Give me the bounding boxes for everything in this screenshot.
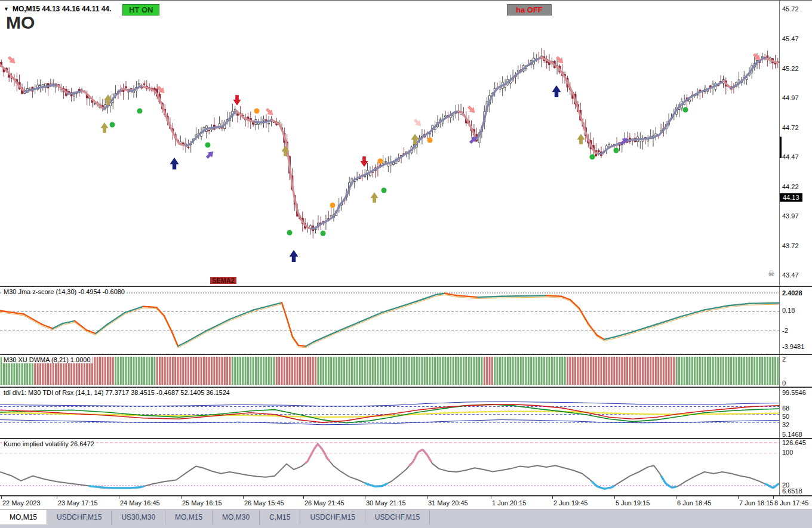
dwma-bar — [226, 357, 228, 385]
bear-candle — [187, 147, 189, 147]
jma-zscore-line — [164, 316, 172, 332]
ha-toggle-button[interactable]: ha OFF — [507, 4, 552, 16]
dwma-bar — [122, 357, 124, 385]
dwma-bar — [730, 357, 732, 385]
panel-divider[interactable] — [0, 387, 812, 388]
dwma-bar — [325, 357, 327, 385]
jma-zscore-line — [478, 297, 502, 297]
dwma-bar — [450, 357, 451, 385]
jma-zscore-panel[interactable]: M30 Jma z-score (14,30) -0.4954 -0.6080 — [0, 287, 779, 354]
dwma-bar — [564, 357, 566, 385]
dwma-panel[interactable]: M30 XU DWMA (8,21) 1.0000 — [0, 355, 779, 387]
dwma-bar — [509, 357, 511, 385]
dwma-bar — [569, 357, 571, 385]
jma-zscore-line — [633, 325, 657, 332]
dwma-bar — [364, 357, 366, 385]
kumo-highlight — [365, 483, 387, 486]
time-tick — [614, 496, 615, 499]
symbol-dropdown-icon[interactable]: ▼ — [4, 6, 9, 12]
jma-zscore-plot[interactable] — [0, 287, 779, 354]
chart-tab-5[interactable]: C,M15 — [260, 510, 300, 524]
dwma-bar — [403, 357, 405, 385]
candlestick-chart[interactable] — [0, 1, 779, 286]
chart-tab-bar: MO,M15USDCHF,M15US30,M30MO,M15MO,M30C,M1… — [0, 510, 812, 528]
dwma-bar — [556, 357, 558, 385]
dwma-bar — [660, 357, 662, 385]
main-chart-panel[interactable]: MO ▼ MO,M15 44.13 44.16 44.11 44. HT ON … — [0, 1, 779, 286]
dwma-bar — [253, 357, 254, 385]
dwma-bar — [616, 357, 618, 385]
dwma-bar — [136, 357, 137, 385]
panel-divider[interactable] — [0, 354, 812, 355]
chart-tab-4[interactable]: MO,M30 — [213, 510, 260, 524]
dwma-bar — [530, 357, 532, 385]
dwma-bar — [120, 357, 122, 385]
dwma-bar — [728, 357, 730, 385]
dwma-bar — [447, 357, 449, 385]
chart-tab-0[interactable]: MO,M15 — [0, 510, 47, 524]
dwma-bar — [299, 357, 301, 385]
dwma-bar — [688, 357, 690, 385]
signal-dot-icon — [378, 159, 383, 164]
signal-arrow-icon — [290, 250, 299, 262]
dwma-bar — [536, 357, 537, 385]
jma-zscore-line — [681, 310, 705, 316]
jma-zscore-line — [282, 302, 287, 317]
dwma-bar — [709, 357, 711, 385]
dwma-bar — [229, 357, 231, 385]
time-tick — [181, 496, 182, 499]
dwma-bar — [419, 357, 420, 385]
dwma-bar — [642, 357, 644, 385]
symbol-watermark: MO — [6, 13, 35, 33]
jma-zscore-line — [334, 323, 358, 333]
dwma-bar — [777, 357, 779, 385]
panel-divider[interactable] — [0, 495, 812, 496]
chart-tab-7[interactable]: USDCHF,M15 — [365, 510, 430, 524]
tdi-panel[interactable]: tdi div1: M30 TDI of Rsx (14,1, 14) 77.3… — [0, 388, 779, 438]
chart-tab-6[interactable]: USDCHF,M15 — [300, 510, 365, 524]
dwma-bar — [294, 357, 296, 385]
scale-label: 126.645 — [782, 439, 806, 446]
dwma-bar — [751, 357, 753, 385]
signal-arrow-icon — [370, 192, 378, 203]
dwma-bar — [219, 357, 220, 385]
ht-toggle-button[interactable]: HT ON — [122, 4, 159, 16]
dwma-bar — [356, 357, 358, 385]
dwma-bar — [681, 357, 682, 385]
time-tick — [243, 496, 244, 499]
panel-divider[interactable] — [0, 438, 812, 439]
dwma-bar — [286, 357, 288, 385]
dwma-bar — [613, 357, 615, 385]
kumo-volatility-panel[interactable]: Kumo implied volatility 26.6472 — [0, 439, 779, 495]
price-scale-axis[interactable]: 44.13 45.7245.4745.2244.9744.7244.4744.2… — [779, 1, 812, 496]
dwma-bar — [561, 357, 563, 385]
dwma-bar — [432, 357, 433, 385]
dwma-bar — [312, 357, 314, 385]
dwma-bar — [257, 357, 259, 385]
panel-divider[interactable] — [0, 286, 812, 287]
jma-zscore-line — [299, 345, 306, 346]
kumo-plot[interactable] — [0, 439, 779, 495]
dwma-bar — [553, 357, 555, 385]
dwma-bar — [263, 357, 264, 385]
dwma-bar — [546, 357, 548, 385]
dwma-histogram[interactable] — [0, 355, 779, 387]
dwma-bar — [367, 357, 368, 385]
chart-tab-3[interactable]: MO,M15 — [165, 510, 213, 524]
jma-zscore-line — [186, 331, 206, 342]
time-tick — [427, 496, 427, 499]
bear-candle — [265, 120, 267, 121]
dwma-bar — [702, 357, 703, 385]
dwma-bar — [465, 357, 467, 385]
dwma-bar — [655, 357, 657, 385]
jma-zscore-line — [502, 296, 525, 297]
dwma-bar — [328, 357, 330, 385]
time-scale-axis[interactable]: 22 May 202323 May 17:1524 May 16:4525 Ma… — [0, 496, 812, 510]
dwma-bar — [632, 357, 633, 385]
dwma-bar — [164, 357, 166, 385]
dwma-bar — [619, 357, 620, 385]
chart-tab-2[interactable]: US30,M30 — [112, 510, 165, 524]
chart-tab-1[interactable]: USDCHF,M15 — [47, 510, 112, 524]
time-label: 8 Jun 17:45 — [774, 499, 809, 507]
dwma-bar — [180, 357, 182, 385]
